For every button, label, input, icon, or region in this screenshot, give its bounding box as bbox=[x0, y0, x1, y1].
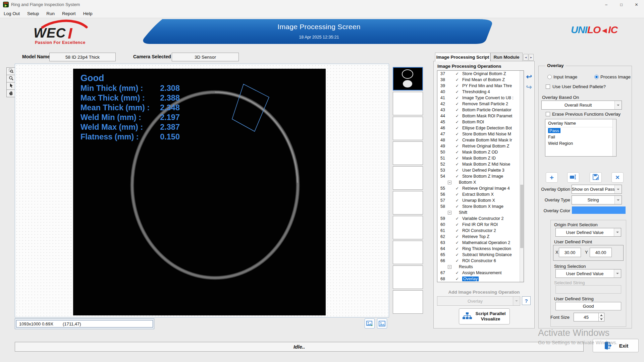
string-selection-select[interactable]: User Defined Value bbox=[555, 269, 621, 278]
inspection-image[interactable]: Good Min Thick (mm) :2.308Max Thick (mm)… bbox=[73, 69, 326, 315]
zoom-tool-button[interactable] bbox=[6, 75, 16, 82]
overlay-name-item[interactable]: Pass bbox=[545, 127, 616, 134]
help-button[interactable]: ? bbox=[522, 296, 531, 305]
operation-group-row[interactable]: Shift bbox=[437, 209, 524, 216]
operation-row[interactable]: 55✓Retrieve Original Image 4 bbox=[437, 185, 524, 191]
close-button[interactable]: ✕ bbox=[629, 0, 644, 9]
pan-tool-button[interactable] bbox=[6, 89, 16, 97]
script-parallel-visualize-button[interactable]: Script Parallel Visualize bbox=[459, 308, 510, 324]
menu-item-run[interactable]: Run bbox=[43, 11, 58, 16]
menu-item-help[interactable]: Help bbox=[79, 11, 96, 16]
operation-row[interactable]: 53✓User Defined Palette 3 bbox=[437, 167, 524, 173]
operation-row[interactable]: 57✓Unwrap Bottom X bbox=[437, 197, 524, 203]
operation-row[interactable]: 37✓Store Original Bottom Z bbox=[437, 71, 524, 77]
overlay-color-swatch[interactable] bbox=[572, 206, 626, 214]
operation-row[interactable]: 61✓ROI Constructor 2 bbox=[437, 228, 524, 234]
operation-row[interactable]: 64✓Ring Thickness Inspection bbox=[437, 246, 524, 252]
overlay-add-button[interactable]: + bbox=[546, 172, 558, 183]
operation-row[interactable]: 59✓Variable Constructor 2 bbox=[437, 216, 524, 222]
operation-row[interactable]: 47✓Store Bottom Mid Noise M bbox=[437, 131, 524, 137]
overlay-option-select[interactable]: Show on Overall Pass bbox=[572, 185, 622, 194]
origin-point-select[interactable]: User Defined Value bbox=[555, 228, 621, 237]
operation-row[interactable]: 54✓Store Bottom Z Image bbox=[437, 173, 524, 179]
user-string-field[interactable]: Good bbox=[555, 302, 621, 310]
overlay-list-scrollbar[interactable] bbox=[612, 119, 616, 156]
menu-item-report[interactable]: Report bbox=[58, 11, 79, 16]
undo-button[interactable]: ↩ bbox=[525, 72, 533, 81]
stepper-arrows-icon[interactable] bbox=[598, 313, 604, 321]
menu-item-setup[interactable]: Setup bbox=[23, 11, 43, 16]
thumbnail-8[interactable] bbox=[393, 241, 423, 264]
overlay-name-list[interactable]: Overlay Name PassFailWeld Region bbox=[545, 119, 616, 157]
operation-row[interactable]: 52✓Mask Bottom Z Mid Noise bbox=[437, 161, 524, 167]
scrollbar-thumb[interactable] bbox=[520, 185, 523, 248]
operation-row[interactable]: 39✓PY Find Min and Max Thre bbox=[437, 83, 524, 89]
overlay-name-item[interactable]: Weld Region bbox=[545, 140, 616, 146]
operation-row[interactable]: 58✓Store Bottom X Image bbox=[437, 203, 524, 209]
operation-row[interactable]: 46✓Ellipse Edge Detection Bot bbox=[437, 125, 524, 131]
operation-row[interactable]: 45✓Bottom ROI bbox=[437, 119, 524, 125]
erase-previous-checkbox[interactable] bbox=[546, 112, 550, 116]
thumbnail-3[interactable] bbox=[393, 117, 423, 140]
zoom-window-tool-button[interactable] bbox=[6, 67, 16, 75]
add-image-button[interactable]: + bbox=[365, 318, 375, 328]
input-image-radio[interactable] bbox=[547, 75, 552, 79]
operation-row[interactable]: 42✓Remove Small Particle 2 bbox=[437, 101, 524, 107]
thumbnail-2[interactable] bbox=[393, 92, 423, 115]
operation-row[interactable]: 60✓Find IR OR for ROI bbox=[437, 222, 524, 228]
overlay-name-item[interactable]: Fail bbox=[545, 134, 616, 140]
operation-row[interactable]: 62✓Retrieve Top Z bbox=[437, 234, 524, 240]
thumbnail-1[interactable] bbox=[393, 67, 423, 90]
operation-row[interactable]: 63✓Mathematical Operation 2 bbox=[437, 240, 524, 246]
operation-row[interactable]: 40✓Thresholding 4 bbox=[437, 89, 524, 95]
overlay-rename-button[interactable] bbox=[567, 172, 579, 183]
thumbnail-4[interactable] bbox=[393, 141, 423, 165]
collapse-icon[interactable] bbox=[448, 181, 451, 184]
operation-row[interactable]: 65✓Subtract Working Distance bbox=[437, 252, 524, 258]
operation-group-row[interactable]: Bottom X bbox=[437, 179, 524, 185]
operation-row[interactable]: 68✓Overlay bbox=[437, 276, 524, 282]
operation-row[interactable]: 41✓Image Type Convert to U8 : bbox=[437, 95, 524, 101]
y-field[interactable]: 40.00 bbox=[590, 248, 612, 257]
thumbnail-9[interactable] bbox=[393, 265, 423, 289]
exit-button[interactable]: Exit bbox=[593, 339, 639, 352]
operation-row[interactable]: 51✓Mask Bottom Z ID bbox=[437, 155, 524, 161]
operation-row[interactable]: 44✓Bottom Mask ROI Paramet bbox=[437, 113, 524, 119]
minimize-button[interactable]: – bbox=[599, 0, 614, 9]
overlay-delete-button[interactable]: ✕ bbox=[611, 172, 624, 183]
thumbnail-6[interactable] bbox=[393, 191, 423, 215]
operation-row[interactable]: 66✓ROI Constructor 6 bbox=[437, 258, 524, 264]
menu-item-log-out[interactable]: Log Out bbox=[0, 11, 23, 16]
tab-scroll-right-button[interactable]: ▸ bbox=[529, 54, 534, 61]
coordinates-field[interactable]: 1093x1000 0.69X (1711,47) bbox=[16, 320, 153, 327]
operation-row[interactable]: 48✓Create Bottom Mid Mask Ir bbox=[437, 137, 524, 143]
overlay-type-select[interactable]: String bbox=[572, 195, 622, 204]
operation-row[interactable]: 50✓Mask Bottom Z OD bbox=[437, 149, 524, 155]
tab-run-module[interactable]: Run Module bbox=[490, 53, 523, 61]
maximize-button[interactable]: □ bbox=[614, 0, 629, 9]
operation-row[interactable]: 43✓Bottom Particle Orientatior bbox=[437, 107, 524, 113]
collapse-icon[interactable] bbox=[448, 211, 451, 215]
operation-row[interactable]: 67✓Assign Measurement bbox=[437, 270, 524, 276]
thumbnail-7[interactable] bbox=[393, 216, 423, 239]
operation-row[interactable]: 49✓Retrive Original Bottom Z bbox=[437, 143, 524, 149]
process-image-radio[interactable] bbox=[594, 75, 599, 79]
use-palette-checkbox[interactable] bbox=[546, 84, 550, 89]
tab-scroll-left-button[interactable]: ◂ bbox=[523, 54, 528, 61]
thumbnail-5[interactable] bbox=[393, 166, 423, 190]
cursor-tool-button[interactable] bbox=[6, 82, 16, 90]
overlay-save-button[interactable] bbox=[590, 172, 602, 183]
operations-scrollbar[interactable] bbox=[520, 71, 524, 282]
operation-group-row[interactable]: Results bbox=[437, 264, 524, 270]
x-field[interactable]: 30.00 bbox=[559, 248, 581, 257]
redo-button[interactable]: ↪ bbox=[525, 83, 533, 92]
operation-row[interactable]: 38✓Find Mean of Bottom Z bbox=[437, 77, 524, 83]
add-operation-select[interactable]: Overlay bbox=[437, 296, 520, 306]
operations-list[interactable]: 37✓Store Original Bottom Z38✓Find Mean o… bbox=[437, 70, 524, 282]
font-size-stepper[interactable]: 45 bbox=[574, 313, 604, 321]
camera-selected-field[interactable]: 3D Sensor bbox=[172, 53, 239, 61]
based-on-select[interactable]: Overall Result bbox=[541, 101, 622, 110]
model-name-field[interactable]: 58 ID 23p4 Thick bbox=[49, 53, 116, 61]
tab-image-processing-script[interactable]: Image Processing Script bbox=[435, 53, 490, 61]
image-view-button[interactable] bbox=[377, 318, 387, 328]
